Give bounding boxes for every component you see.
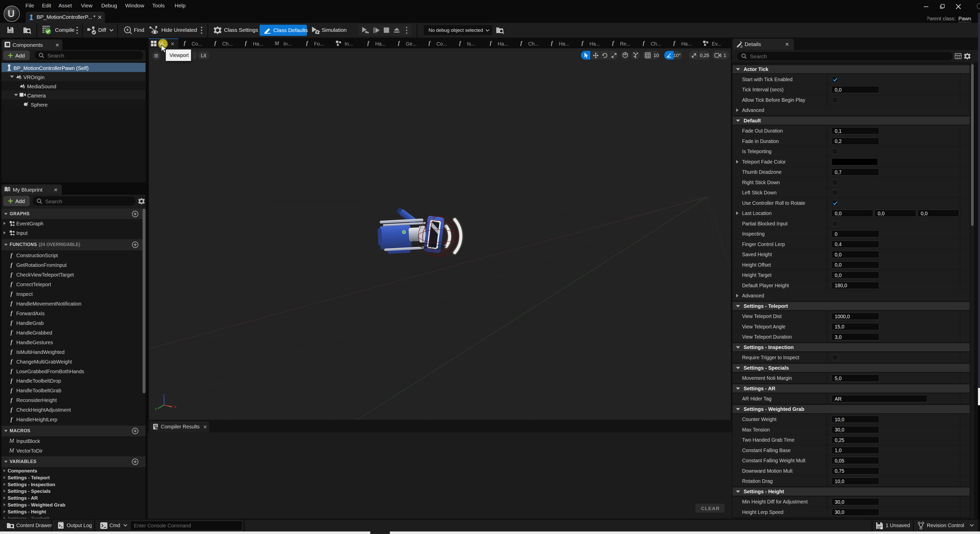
svg-text:C: C (6, 43, 9, 46)
svg-text:Y: Y (155, 407, 157, 412)
svg-text:C: C (20, 77, 21, 79)
svg-text:X: X (174, 405, 177, 409)
svg-text:Z: Z (163, 394, 165, 397)
svg-text:C: C (24, 86, 25, 88)
